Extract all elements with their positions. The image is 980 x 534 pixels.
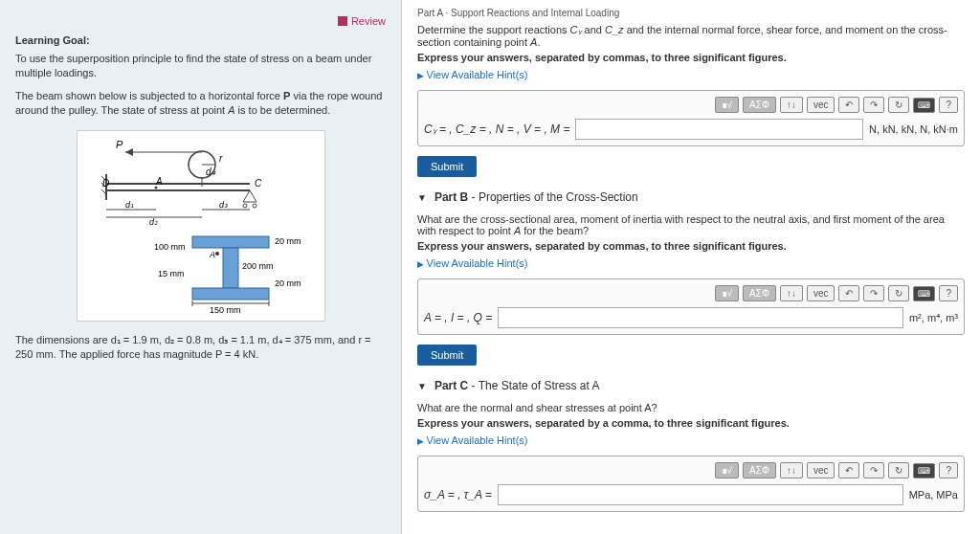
undo-btn[interactable]: ↶ (838, 462, 859, 478)
learning-goal-label: Learning Goal: (15, 34, 386, 46)
review-link[interactable]: Review (15, 15, 386, 27)
svg-text:20 mm: 20 mm (275, 236, 301, 246)
templates-btn[interactable]: ∎√ (715, 285, 740, 301)
beam-diagram: P r d₄ C D A d₁ d₂ d₃ A 20 mm 100 mm 200… (77, 130, 325, 322)
scripts-btn[interactable]: ↑↓ (780, 462, 803, 478)
redo-btn[interactable]: ↷ (863, 462, 884, 478)
svg-marker-11 (243, 190, 256, 202)
part-a-hint-link[interactable]: View Available Hint(s) (417, 69, 965, 80)
diagram-container: P r d₄ C D A d₁ d₂ d₃ A 20 mm 100 mm 200… (15, 130, 386, 322)
part-b-answer-box: ∎√ ΑΣΦ ↑↓ vec ↶ ↷ ↻ ⌨ ? A = , I = , Q = … (417, 278, 965, 335)
undo-btn[interactable]: ↶ (838, 97, 859, 113)
label-D: D (102, 178, 109, 189)
svg-text:15 mm: 15 mm (158, 269, 185, 278)
part-a-units: N, kN, kN, N, kN·m (869, 123, 958, 135)
part-c-prefix: σ_A = , τ_A = (424, 488, 492, 501)
symbols-btn[interactable]: ΑΣΦ (743, 285, 776, 301)
label-C: C (255, 178, 262, 189)
part-c-header[interactable]: ▼ Part C - The State of Stress at A (417, 379, 965, 392)
keyboard-btn[interactable]: ⌨ (913, 463, 935, 478)
part-b-hint-link[interactable]: View Available Hint(s) (417, 257, 965, 269)
svg-text:d₁: d₁ (125, 200, 134, 210)
scripts-btn[interactable]: ↑↓ (780, 97, 803, 113)
label-d4: d₄ (206, 167, 216, 177)
symbols-btn[interactable]: ΑΣΦ (743, 462, 776, 478)
right-panel: Part A · Support Reactions and Internal … (402, 0, 980, 534)
scripts-btn[interactable]: ↑↓ (780, 285, 803, 301)
part-c-toolbar: ∎√ ΑΣΦ ↑↓ vec ↶ ↷ ↻ ⌨ ? (424, 462, 958, 478)
label-r: r (219, 153, 223, 164)
templates-btn[interactable]: ∎√ (715, 462, 740, 478)
symbols-btn[interactable]: ΑΣΦ (743, 97, 776, 113)
label-A: A (155, 176, 163, 187)
reset-btn[interactable]: ↻ (888, 462, 909, 478)
part-c-express: Express your answers, separated by a com… (417, 417, 965, 429)
redo-btn[interactable]: ↷ (863, 285, 884, 301)
svg-point-14 (154, 186, 157, 189)
part-a-instruction: Determine the support reactions Cᵧ and C… (417, 24, 965, 48)
learning-goal-text: To use the superposition principle to fi… (15, 52, 386, 81)
svg-rect-22 (223, 248, 238, 288)
svg-text:d₂: d₂ (149, 217, 158, 227)
caret-down-icon: ▼ (417, 381, 427, 391)
part-b-prefix: A = , I = , Q = (424, 311, 492, 324)
keyboard-btn[interactable]: ⌨ (913, 98, 935, 113)
part-b-express: Express your answers, separated by comma… (417, 240, 965, 252)
part-c-input[interactable] (498, 484, 903, 505)
label-P: P (116, 139, 123, 150)
part-b-toolbar: ∎√ ΑΣΦ ↑↓ vec ↶ ↷ ↻ ⌨ ? (424, 285, 958, 301)
svg-text:A: A (209, 250, 215, 259)
redo-btn[interactable]: ↷ (863, 97, 884, 113)
svg-rect-21 (192, 236, 269, 248)
svg-text:100 mm: 100 mm (154, 242, 186, 252)
part-c-answer-box: ∎√ ΑΣΦ ↑↓ vec ↶ ↷ ↻ ⌨ ? σ_A = , τ_A = MP… (417, 456, 965, 512)
svg-rect-23 (192, 288, 269, 300)
part-b-units: m², m⁴, m³ (909, 312, 958, 324)
part-a-toolbar: ∎√ ΑΣΦ ↑↓ vec ↶ ↷ ↻ ⌨ ? (424, 97, 958, 113)
svg-text:150 mm: 150 mm (210, 305, 241, 315)
reset-btn[interactable]: ↻ (888, 97, 909, 113)
beam-description: The beam shown below is subjected to a h… (15, 89, 386, 119)
svg-point-13 (253, 204, 256, 208)
keyboard-btn[interactable]: ⌨ (913, 286, 935, 301)
svg-text:20 mm: 20 mm (275, 278, 301, 288)
svg-point-12 (243, 204, 247, 208)
svg-text:d₃: d₃ (219, 200, 228, 210)
part-a-prefix: Cᵧ = , C_z = , N = , V = , M = (424, 122, 569, 136)
part-c-instruction: What are the normal and shear stresses a… (417, 402, 965, 413)
part-b-header[interactable]: ▼ Part B - Properties of the Cross-Secti… (417, 190, 965, 204)
dimensions-text: The dimensions are d₁ = 1.9 m, d₂ = 0.8 … (15, 333, 386, 363)
svg-text:200 mm: 200 mm (242, 261, 274, 271)
help-btn[interactable]: ? (939, 97, 958, 113)
part-a-express: Express your answers, separated by comma… (417, 52, 965, 63)
undo-btn[interactable]: ↶ (838, 285, 859, 301)
vec-btn[interactable]: vec (807, 97, 835, 113)
part-a-submit-button[interactable]: Submit (417, 156, 477, 177)
help-btn[interactable]: ? (939, 462, 958, 478)
part-a-input[interactable] (575, 119, 863, 140)
part-c-units: MPa, MPa (909, 489, 958, 501)
part-b-submit-button[interactable]: Submit (417, 345, 477, 366)
part-a-strip: Part A · Support Reactions and Internal … (417, 8, 965, 18)
svg-marker-10 (125, 148, 133, 156)
reset-btn[interactable]: ↻ (888, 285, 909, 301)
templates-btn[interactable]: ∎√ (715, 97, 740, 113)
left-panel: Review Learning Goal: To use the superpo… (0, 0, 402, 534)
vec-btn[interactable]: vec (807, 462, 835, 478)
review-icon (338, 16, 347, 26)
part-b-input[interactable] (498, 307, 903, 328)
caret-down-icon: ▼ (417, 192, 427, 203)
part-c-hint-link[interactable]: View Available Hint(s) (417, 434, 965, 446)
part-a-answer-box: ∎√ ΑΣΦ ↑↓ vec ↶ ↷ ↻ ⌨ ? Cᵧ = , C_z = , N… (417, 90, 965, 146)
part-b-instruction: What are the cross-sectional area, momen… (417, 213, 965, 236)
svg-point-24 (215, 252, 219, 256)
review-text: Review (351, 15, 386, 27)
help-btn[interactable]: ? (939, 285, 958, 301)
vec-btn[interactable]: vec (807, 285, 835, 301)
